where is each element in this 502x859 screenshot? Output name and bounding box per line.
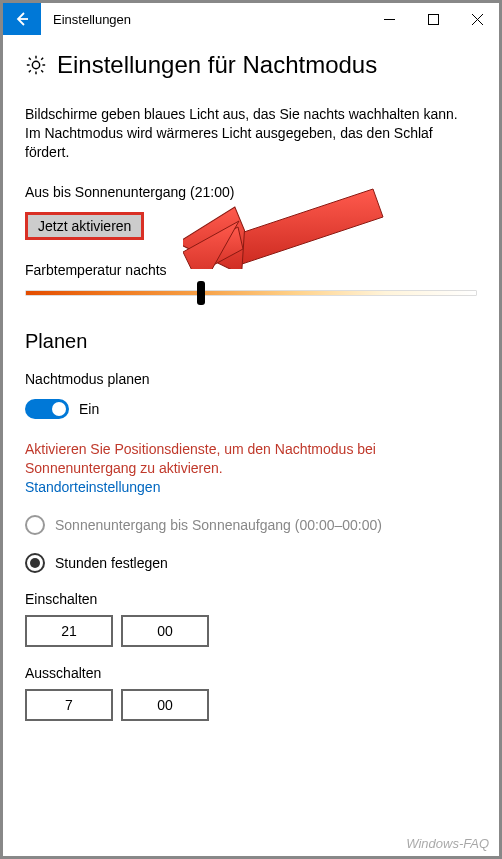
turn-on-hour[interactable]: 21 [25,615,113,647]
turn-on-label: Einschalten [25,591,477,607]
radio-hours-label: Stunden festlegen [55,555,168,571]
turn-on-time: 21 00 [25,615,477,647]
turn-off-hour[interactable]: 7 [25,689,113,721]
gear-icon [25,54,47,76]
minimize-icon [384,14,395,25]
slider-track [25,290,477,296]
maximize-button[interactable] [411,3,455,35]
schedule-toggle-label: Nachtmodus planen [25,371,477,387]
slider-thumb[interactable] [197,281,205,305]
page-description: Bildschirme geben blaues Licht aus, das … [25,105,477,162]
page-title: Einstellungen für Nachtmodus [57,51,377,79]
schedule-toggle[interactable]: Ein [25,399,99,419]
color-temp-label: Farbtemperatur nachts [25,262,477,278]
turn-off-label: Ausschalten [25,665,477,681]
toggle-knob [52,402,66,416]
radio-icon [25,553,45,573]
arrow-left-icon [14,11,30,27]
back-button[interactable] [3,3,41,35]
page-header: Einstellungen für Nachtmodus [25,51,477,79]
close-button[interactable] [455,3,499,35]
color-temp-slider[interactable] [25,290,477,296]
section-heading-schedule: Planen [25,330,477,353]
location-warning: Aktivieren Sie Positionsdienste, um den … [25,440,477,478]
radio-icon [25,515,45,535]
maximize-icon [428,14,439,25]
radio-sunset-to-sunrise: Sonnenuntergang bis Sonnenaufgang (00:00… [25,515,477,535]
turn-off-minute[interactable]: 00 [121,689,209,721]
turn-on-minute[interactable]: 00 [121,615,209,647]
radio-set-hours[interactable]: Stunden festlegen [25,553,477,573]
toggle-state-text: Ein [79,401,99,417]
svg-rect-0 [428,14,438,24]
minimize-button[interactable] [367,3,411,35]
radio-sunset-label: Sonnenuntergang bis Sonnenaufgang (00:00… [55,517,382,533]
content-area: Einstellungen für Nachtmodus Bildschirme… [3,35,499,751]
close-icon [472,14,483,25]
toggle-track [25,399,69,419]
watermark: Windows-FAQ [406,836,489,851]
window-title: Einstellungen [53,12,367,27]
activate-now-button[interactable]: Jetzt aktivieren [25,212,144,240]
turn-off-time: 7 00 [25,689,477,721]
location-settings-link[interactable]: Standorteinstellungen [25,479,477,495]
status-line: Aus bis Sonnenuntergang (21:00) [25,184,477,200]
titlebar: Einstellungen [3,3,499,35]
